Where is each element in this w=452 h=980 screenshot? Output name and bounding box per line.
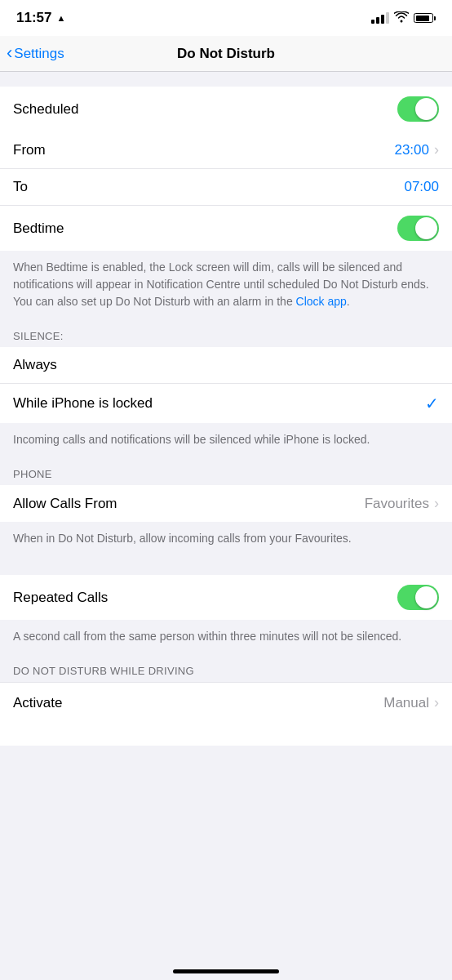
- from-value: 23:00: [394, 142, 429, 158]
- bedtime-toggle[interactable]: [397, 216, 439, 241]
- activate-section: Activate Manual ›: [0, 682, 452, 723]
- allow-calls-section: Allow Calls From Favourites ›: [0, 485, 452, 522]
- signal-bars: [371, 12, 389, 24]
- activate-chevron-icon: ›: [434, 694, 439, 711]
- home-indicator-container: [0, 723, 452, 746]
- bedtime-label: Bedtime: [13, 220, 64, 237]
- allow-calls-value: Favourites: [365, 496, 429, 512]
- silence-options-section: Always While iPhone is locked ✓: [0, 347, 452, 423]
- checkmark-icon: ✓: [425, 394, 439, 413]
- silence-locked-label: While iPhone is locked: [13, 395, 153, 412]
- from-row[interactable]: From 23:00 ›: [0, 131, 452, 169]
- spacer-top: [0, 72, 452, 87]
- silence-always-label: Always: [13, 357, 57, 373]
- bedtime-info-block: When Bedtime is enabled, the Lock screen…: [0, 251, 452, 323]
- allow-calls-label: Allow Calls From: [13, 496, 117, 512]
- repeated-calls-cell: Repeated Calls: [0, 575, 452, 620]
- scheduled-section: Scheduled: [0, 87, 452, 131]
- status-bar: 11:57 ▲: [0, 0, 452, 36]
- allow-calls-right: Favourites ›: [365, 495, 439, 512]
- from-label: From: [13, 142, 46, 158]
- allow-calls-info-text: When in Do Not Disturb, allow incoming c…: [13, 532, 352, 545]
- silence-always-cell[interactable]: Always: [0, 347, 452, 384]
- activate-value: Manual: [383, 695, 429, 711]
- home-indicator: [173, 969, 279, 973]
- bedtime-info-end: .: [347, 295, 350, 308]
- to-right: 07:00: [404, 179, 439, 195]
- scheduled-cell: Scheduled: [0, 87, 452, 131]
- location-icon: ▲: [56, 13, 65, 23]
- signal-bar-2: [376, 17, 379, 24]
- phone-header: PHONE: [0, 461, 452, 485]
- repeated-calls-info-text: A second call from the same person withi…: [13, 630, 401, 643]
- bedtime-cell: Bedtime: [0, 206, 452, 251]
- to-value: 07:00: [404, 179, 439, 195]
- allow-calls-cell[interactable]: Allow Calls From Favourites ›: [0, 485, 452, 522]
- repeated-calls-info-block: A second call from the same person withi…: [0, 620, 452, 658]
- bedtime-info-text: When Bedtime is enabled, the Lock screen…: [13, 261, 429, 308]
- repeated-calls-section: Repeated Calls: [0, 575, 452, 620]
- page-title: Do Not Disturb: [177, 46, 275, 62]
- silence-info-block: Incoming calls and notifications will be…: [0, 423, 452, 461]
- status-time: 11:57: [16, 10, 51, 26]
- to-label: To: [13, 179, 28, 195]
- silence-locked-cell[interactable]: While iPhone is locked ✓: [0, 384, 452, 423]
- nav-bar: ‹ Settings Do Not Disturb: [0, 36, 452, 72]
- repeated-calls-toggle[interactable]: [397, 585, 439, 610]
- battery-icon: [414, 13, 436, 23]
- status-icons: [371, 11, 436, 25]
- allow-calls-info-block: When in Do Not Disturb, allow incoming c…: [0, 522, 452, 560]
- allow-calls-chevron-icon: ›: [434, 495, 439, 512]
- repeated-calls-label: Repeated Calls: [13, 590, 108, 606]
- scheduled-toggle[interactable]: [397, 96, 439, 122]
- clock-app-link[interactable]: Clock app: [296, 295, 347, 308]
- activate-label: Activate: [13, 695, 62, 711]
- silence-info-text: Incoming calls and notifications will be…: [13, 433, 370, 446]
- silence-header: SILENCE:: [0, 323, 452, 347]
- back-chevron-icon: ‹: [7, 42, 12, 64]
- back-button[interactable]: ‹ Settings: [7, 43, 64, 64]
- activate-cell[interactable]: Activate Manual ›: [0, 682, 452, 723]
- signal-bar-3: [381, 15, 384, 24]
- activate-right: Manual ›: [383, 694, 439, 711]
- from-right: 23:00 ›: [394, 141, 439, 158]
- status-time-container: 11:57 ▲: [16, 10, 65, 26]
- to-row[interactable]: To 07:00: [0, 169, 452, 205]
- dnd-driving-header: DO NOT DISTURB WHILE DRIVING: [0, 658, 452, 682]
- from-to-section[interactable]: From 23:00 › To 07:00: [0, 131, 452, 206]
- signal-bar-1: [371, 20, 374, 24]
- from-chevron-icon: ›: [434, 141, 439, 158]
- scheduled-label: Scheduled: [13, 101, 78, 118]
- spacer-repeated: [0, 560, 452, 575]
- back-label: Settings: [14, 46, 64, 62]
- wifi-icon: [394, 11, 409, 25]
- bedtime-section: Bedtime: [0, 206, 452, 251]
- signal-bar-4: [386, 12, 389, 24]
